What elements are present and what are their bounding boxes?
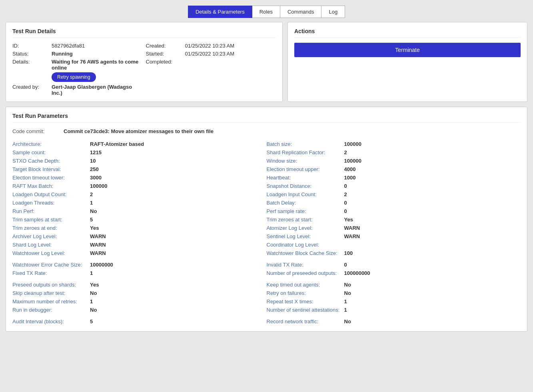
retry-spawning-button[interactable]: Retry spawning <box>52 72 96 82</box>
param-label: Heartbeat: <box>267 175 343 181</box>
param-value: 2 <box>344 149 521 155</box>
tabs-bar: Details & Parameters Roles Commands Log <box>0 0 533 18</box>
param-value: 5 <box>90 217 267 223</box>
param-value: WARN <box>90 233 267 239</box>
test-run-details-panel: Test Run Details ID: 5827962dfa81 Create… <box>6 22 283 102</box>
param-value: 0 <box>344 262 521 268</box>
param-label: Shard Replication Factor: <box>267 149 343 155</box>
param-row: Shard Log Level:WARN <box>12 241 267 249</box>
params-left-col: Architecture:RAFT-Atomizer basedSample c… <box>12 140 267 326</box>
param-value: No <box>90 208 267 214</box>
param-label: Architecture: <box>12 141 88 147</box>
param-row: Election timeout lower:3000 <box>12 173 267 182</box>
param-row: Run in debugger:No <box>12 306 267 314</box>
param-label: Window size: <box>267 158 343 164</box>
param-label: RAFT Max Batch: <box>12 183 88 189</box>
completed-label: Completed: <box>146 59 182 65</box>
param-value: 100000 <box>90 183 267 189</box>
param-row: Sentinel Log Level:WARN <box>267 232 521 241</box>
param-row: Target Block Interval:250 <box>12 165 267 173</box>
param-row: Loadgen Output Count:2 <box>12 190 267 199</box>
param-value: 1 <box>90 270 267 276</box>
param-label: Atomizer Log Level: <box>267 225 343 231</box>
param-value: 2 <box>90 191 267 197</box>
param-value: WARN <box>90 242 267 248</box>
param-row: Archiver Log Level:WARN <box>12 232 267 241</box>
param-value: 1 <box>344 307 521 313</box>
param-label: Loadgen Threads: <box>12 200 88 206</box>
param-label: Skip cleanup after test: <box>12 290 88 296</box>
param-label: Maximum number of retries: <box>12 298 88 304</box>
param-label: Invalid TX Rate: <box>267 262 343 268</box>
param-value: Yes <box>90 225 267 231</box>
test-run-details-title: Test Run Details <box>12 28 276 38</box>
param-row: Maximum number of retries:1 <box>12 297 267 306</box>
param-value: 1000 <box>344 175 521 181</box>
param-spacer <box>267 314 521 317</box>
param-row: Record network traffic:No <box>267 317 521 326</box>
param-value: 100000 <box>344 141 521 147</box>
tab-log[interactable]: Log <box>321 6 345 18</box>
param-label: Watchtower Log Level: <box>12 250 88 256</box>
param-value: No <box>90 290 267 296</box>
param-label: Sentinel Log Level: <box>267 233 343 239</box>
param-label: Trim samples at start: <box>12 217 88 223</box>
started-value: 01/25/2022 10:23 AM <box>185 51 276 57</box>
param-value: 1 <box>90 298 267 304</box>
param-value: 10000000 <box>90 262 267 268</box>
param-value: Yes <box>90 282 267 288</box>
param-value: 250 <box>90 166 267 172</box>
param-row: Snapshot Distance:0 <box>267 182 521 190</box>
param-value: 2 <box>344 191 521 197</box>
param-value: RAFT-Atomizer based <box>90 141 267 147</box>
param-label: Election timeout lower: <box>12 175 88 181</box>
param-row: Shard Replication Factor:2 <box>267 148 521 157</box>
param-spacer <box>267 277 521 281</box>
param-row: Number of sentinel attestations:1 <box>267 306 521 314</box>
tab-commands[interactable]: Commands <box>280 6 321 18</box>
code-commit-label: Code commit: <box>12 128 60 134</box>
tab-details-parameters[interactable]: Details & Parameters <box>188 6 252 18</box>
param-value: Yes <box>344 217 521 223</box>
created-by-value: Gert-Jaap Glasbergen (Wadagso Inc.) <box>52 84 143 96</box>
param-label: Fixed TX Rate: <box>12 270 88 276</box>
created-value: 01/25/2022 10:23 AM <box>185 43 276 49</box>
param-row: Fixed TX Rate:1 <box>12 269 267 277</box>
param-row: Architecture:RAFT-Atomizer based <box>12 140 267 148</box>
param-label: Number of preseeded outputs: <box>267 270 343 276</box>
terminate-button[interactable]: Terminate <box>294 43 521 57</box>
param-row: Heartbeat:1000 <box>267 173 521 182</box>
param-label: Shard Log Level: <box>12 242 88 248</box>
main-content: Test Run Details ID: 5827962dfa81 Create… <box>0 18 533 337</box>
param-value: WARN <box>344 225 521 231</box>
param-value: 5 <box>90 318 267 324</box>
param-label: Retry on failures: <box>267 290 343 296</box>
param-value: 0 <box>344 183 521 189</box>
param-row: Retry on failures:No <box>267 289 521 297</box>
param-label: Loadgen Output Count: <box>12 191 88 197</box>
param-row: Batch Delay:0 <box>267 199 521 207</box>
param-row: Invalid TX Rate:0 <box>267 261 521 269</box>
param-value: 0 <box>344 208 521 214</box>
params-right-col: Batch size:100000Shard Replication Facto… <box>267 140 521 326</box>
param-label: Coordinator Log Level: <box>267 242 343 248</box>
id-label: ID: <box>12 43 48 49</box>
param-spacer <box>12 257 267 261</box>
param-value: No <box>344 282 521 288</box>
param-row: Perf sample rate:0 <box>267 207 521 215</box>
param-value: 1 <box>344 298 521 304</box>
param-row: Loadgen Threads:1 <box>12 199 267 207</box>
param-label: Keep timed out agents: <box>267 282 343 288</box>
param-row: Skip cleanup after test:No <box>12 289 267 297</box>
param-value: 3000 <box>90 175 267 181</box>
param-value: 1 <box>90 200 267 206</box>
param-label: Preseed outputs on shards: <box>12 282 88 288</box>
param-label: Election timeout upper: <box>267 166 343 172</box>
param-label: Watchtower Block Cache Size: <box>267 250 343 256</box>
param-label: Snapshot Distance: <box>267 183 343 189</box>
tab-roles[interactable]: Roles <box>252 6 280 18</box>
param-row: Batch size:100000 <box>267 140 521 148</box>
param-value: No <box>344 290 521 296</box>
param-value: 100 <box>344 250 521 256</box>
param-row: STXO Cache Depth:10 <box>12 157 267 165</box>
